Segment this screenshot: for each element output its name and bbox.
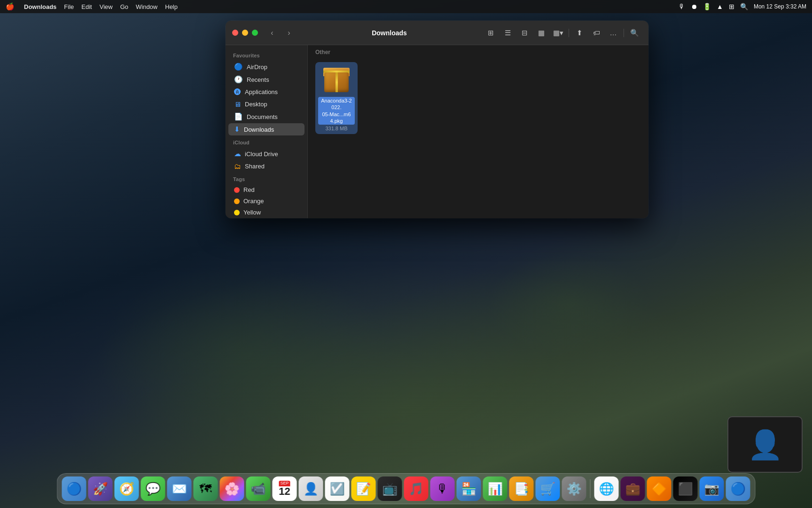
sidebar-item-airdrop[interactable]: 🔵 AirDrop [228, 61, 304, 73]
sidebar-label-icloud-drive: iCloud Drive [245, 151, 278, 158]
search-button[interactable]: 🔍 [627, 26, 642, 40]
sidebar-label-tag-yellow: Yellow [243, 209, 261, 216]
maximize-button[interactable] [252, 30, 258, 36]
slack-dock-icon: 💼 [625, 482, 640, 496]
dock-item-appstore[interactable]: 🛒 [536, 476, 560, 501]
menubar-help[interactable]: Help [165, 3, 178, 10]
finder-main-content: Other Anaconda3-2022.05-Mac...m64.pkg 33… [308, 45, 648, 218]
sidebar-label-tag-red: Red [243, 186, 255, 193]
dock-item-notchmeister[interactable]: ⬛ [673, 476, 698, 501]
launchpad-dock-icon: 🚀 [93, 482, 108, 496]
spotlight-icon[interactable]: 🔍 [740, 3, 748, 10]
dock-item-notes[interactable]: 📝 [351, 476, 376, 501]
pkg-icon-shape [323, 68, 350, 92]
dock-item-finder2[interactable]: 🔵 [726, 476, 750, 501]
more-button[interactable]: … [606, 26, 621, 40]
tags-header: Tags [226, 173, 307, 184]
back-button[interactable]: ‹ [265, 26, 279, 40]
toolbar-actions: ⊞ ☰ ⊟ ▦ ▦▾ ⬆ 🏷 … 🔍 [483, 26, 642, 40]
menubar: 🍎 Downloads File Edit View Go Window Hel… [0, 0, 812, 13]
sidebar-label-recents: Recents [247, 76, 269, 83]
photos-dock-icon: 🌸 [225, 482, 240, 496]
menubar-right: 🎙 ⏺ 🔋 ▲ ⊞ 🔍 Mon 12 Sep 3:32 AM [679, 3, 806, 10]
red-tag-dot [234, 187, 240, 193]
forward-button[interactable]: › [282, 26, 296, 40]
screenrecord-icon[interactable]: ⏺ [691, 3, 697, 10]
sidebar-item-tag-red[interactable]: Red [228, 184, 304, 195]
dock-item-finder[interactable]: 🔵 [62, 476, 86, 501]
finder-window: ‹ › Downloads ⊞ ☰ ⊟ ▦ ▦▾ ⬆ 🏷 … 🔍 Favouri… [226, 21, 648, 218]
sidebar-item-applications[interactable]: 🅐 Applications [228, 86, 304, 98]
share-button[interactable]: ⬆ [572, 26, 587, 40]
sidebar-item-icloud-drive[interactable]: ☁ iCloud Drive [228, 148, 304, 160]
close-button[interactable] [232, 30, 238, 36]
sidebar-label-tag-orange: Orange [243, 198, 264, 205]
file-item-anaconda[interactable]: Anaconda3-2022.05-Mac...m64.pkg 331.8 MB [315, 62, 358, 134]
dock-item-safari[interactable]: 🧭 [115, 476, 139, 501]
dock-item-vlc[interactable]: 🔶 [647, 476, 671, 501]
sidebar-item-documents[interactable]: 📄 Documents [228, 111, 304, 123]
dock-item-reminders[interactable]: ☑️ [325, 476, 350, 501]
documents-icon: 📄 [234, 112, 243, 121]
dock-item-music[interactable]: 🎵 [404, 476, 429, 501]
menubar-window[interactable]: Window [136, 3, 157, 10]
menubar-file[interactable]: File [64, 3, 74, 10]
store-dock-icon: 🏪 [461, 482, 476, 496]
minimize-button[interactable] [242, 30, 248, 36]
menubar-datetime: Mon 12 Sep 3:32 AM [754, 3, 806, 10]
airdrop-icon: 🔵 [234, 63, 243, 71]
dock-item-facetime[interactable]: 📹 [246, 476, 271, 501]
dock-item-chrome[interactable]: 🌐 [594, 476, 619, 501]
podcasts-dock-icon: 🎙 [437, 482, 449, 496]
dock-item-messages[interactable]: 💬 [141, 476, 165, 501]
menubar-edit[interactable]: Edit [81, 3, 92, 10]
sidebar-item-tag-yellow[interactable]: Yellow [228, 207, 304, 218]
battery-icon[interactable]: 🔋 [703, 3, 711, 10]
dock-item-launchpad[interactable]: 🚀 [88, 476, 113, 501]
sidebar-item-recents[interactable]: 🕐 Recents [228, 73, 304, 86]
maps-dock-icon: 🗺 [200, 482, 212, 496]
dock-item-mail[interactable]: ✉️ [167, 476, 192, 501]
dock-item-podcasts[interactable]: 🎙 [430, 476, 455, 501]
menubar-view[interactable]: View [100, 3, 113, 10]
dock-item-podcastsstore[interactable]: 🏪 [457, 476, 481, 501]
dock-item-zoom[interactable]: 📷 [700, 476, 724, 501]
sidebar-item-downloads[interactable]: ⬇ Downloads [228, 123, 304, 135]
dock-item-maps[interactable]: 🗺 [194, 476, 218, 501]
dock-item-slack[interactable]: 💼 [621, 476, 645, 501]
vlc-dock-icon: 🔶 [652, 482, 667, 496]
dock-item-photos[interactable]: 🌸 [220, 476, 244, 501]
dock-item-appletv[interactable]: 📺 [378, 476, 402, 501]
dock-item-numbers[interactable]: 📊 [483, 476, 508, 501]
menubar-go[interactable]: Go [120, 3, 128, 10]
view-list-button[interactable]: ☰ [500, 26, 515, 40]
dock-item-sysprefs[interactable]: ⚙️ [562, 476, 586, 501]
view-gallery-button[interactable]: ▦ [534, 26, 549, 40]
sidebar-item-shared[interactable]: 🗂 Shared [228, 160, 304, 172]
orange-tag-dot [234, 198, 240, 204]
wifi-icon[interactable]: ▲ [717, 3, 723, 10]
view-column-button[interactable]: ⊟ [517, 26, 532, 40]
window-title: Downloads [299, 29, 479, 37]
sidebar-label-shared: Shared [245, 163, 265, 170]
sidebar-item-tag-orange[interactable]: Orange [228, 196, 304, 206]
finder2-dock-icon: 🔵 [731, 482, 746, 496]
music-dock-icon: 🎵 [409, 482, 424, 496]
downloads-icon: ⬇ [234, 125, 240, 134]
controlcenter-icon[interactable]: ⊞ [729, 3, 734, 10]
dock-item-keynote[interactable]: 📑 [509, 476, 534, 501]
apple-menu[interactable]: 🍎 [6, 2, 15, 11]
view-icon-button[interactable]: ⊞ [483, 26, 498, 40]
siri-icon[interactable]: 🎙 [679, 3, 685, 10]
sidebar-item-desktop[interactable]: 🖥 Desktop [228, 98, 304, 110]
dock-item-contacts[interactable]: 👤 [299, 476, 323, 501]
toolbar-divider-2 [624, 29, 624, 37]
tag-button[interactable]: 🏷 [589, 26, 604, 40]
view-group-button[interactable]: ▦▾ [551, 26, 566, 40]
favourites-header: Favourites [226, 49, 307, 60]
sysprefs-dock-icon: ⚙️ [567, 482, 582, 496]
menubar-app-name[interactable]: Downloads [24, 3, 56, 10]
toolbar-divider [569, 29, 569, 37]
dock-item-calendar[interactable]: SEP 12 [273, 476, 297, 501]
mail-dock-icon: ✉️ [172, 482, 187, 496]
